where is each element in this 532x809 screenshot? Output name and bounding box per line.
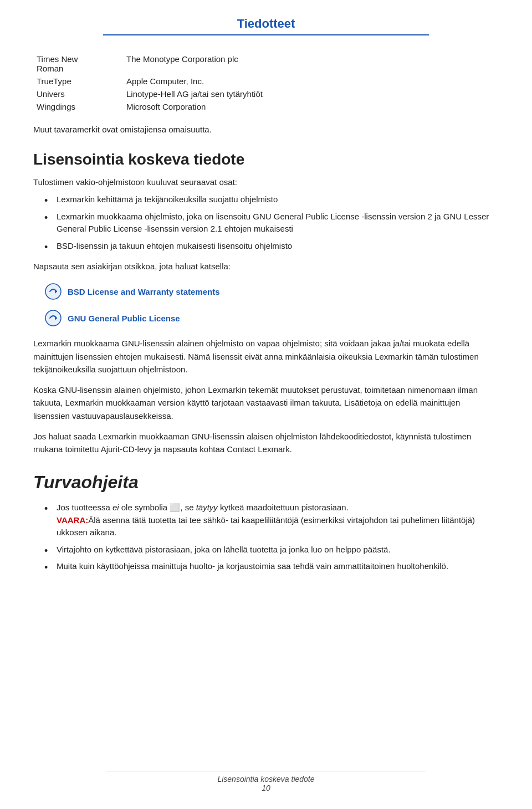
trademark-row: WingdingsMicrosoft Corporation (34, 101, 498, 112)
footer-divider (106, 771, 426, 771)
link-item-0[interactable]: BSD License and Warranty statements (44, 283, 499, 300)
trademark-row: Times NewRomanThe Monotype Corporation p… (34, 53, 498, 74)
license-section-title: Lisensointia koskeva tiedote (33, 151, 499, 168)
link-icon (44, 283, 62, 300)
link-section: BSD License and Warranty statements GNU … (44, 283, 499, 327)
license-intro: Tulostimen vakio-ohjelmistoon kuuluvat s… (33, 177, 499, 187)
trademark-row: UniversLinotype-Hell AG ja/tai sen tytär… (34, 88, 498, 100)
link-intro: Napsauta sen asiakirjan otsikkoa, jota h… (33, 260, 499, 273)
license-paragraph-2: Jos haluat saada Lexmarkin muokkaaman GN… (33, 430, 499, 456)
safety-bullet-item: Virtajohto on kytkettävä pistorasiaan, j… (44, 544, 499, 556)
svg-point-2 (45, 310, 61, 326)
trademark-value: Microsoft Corporation (124, 101, 498, 112)
page-footer: Lisensointia koskeva tiedote 10 (0, 771, 532, 792)
trademark-value: The Monotype Corporation plc (124, 53, 498, 74)
footer-text: Lisensointia koskeva tiedote (217, 775, 314, 784)
safety-bullet-item: Jos tuotteessa ei ole symbolia ⬜, se täy… (44, 501, 499, 539)
license-paragraph-0: Lexmarkin muokkaama GNU-lisenssin alaine… (33, 337, 499, 376)
safety-bullet-item: Muita kuin käyttöohjeissa mainittuja huo… (44, 560, 499, 573)
license-paragraph-1: Koska GNU-lisenssin alainen ohjelmisto, … (33, 383, 499, 422)
link-icon (44, 309, 62, 327)
trademark-label: Univers (34, 88, 123, 100)
license-bullet-item: Lexmarkin muokkaama ohjelmisto, joka on … (44, 211, 499, 235)
license-paragraphs: Lexmarkin muokkaama GNU-lisenssin alaine… (33, 337, 499, 455)
safety-title: Turvaohjeita (33, 472, 499, 493)
license-bullet-item: Lexmarkin kehittämä ja tekijänoikeuksill… (44, 193, 499, 206)
link-item-1[interactable]: GNU General Public License (44, 309, 499, 327)
trademark-label: Times NewRoman (34, 53, 123, 74)
page-title: Tiedotteet (103, 17, 429, 35)
page-number: 10 (262, 784, 270, 792)
trademark-value: Linotype-Hell AG ja/tai sen tytäryhtiöt (124, 88, 498, 100)
svg-point-0 (45, 284, 61, 299)
link-text[interactable]: GNU General Public License (68, 314, 180, 323)
trademark-label: Wingdings (34, 101, 123, 112)
link-text[interactable]: BSD License and Warranty statements (68, 287, 220, 296)
vaara-text: VAARA: (57, 515, 88, 525)
trademark-label: TrueType (34, 75, 123, 87)
page-container: Tiedotteet Times NewRomanThe Monotype Co… (0, 0, 532, 809)
trademark-table: Times NewRomanThe Monotype Corporation p… (33, 52, 499, 114)
safety-bullets: Jos tuotteessa ei ole symbolia ⬜, se täy… (33, 501, 499, 573)
license-bullet-item: BSD-lisenssin ja takuun ehtojen mukaises… (44, 240, 499, 253)
license-bullets: Lexmarkin kehittämä ja tekijänoikeuksill… (33, 193, 499, 252)
trademark-notice: Muut tavaramerkit ovat omistajiensa omai… (33, 125, 499, 134)
trademark-row: TrueTypeApple Computer, Inc. (34, 75, 498, 87)
trademark-value: Apple Computer, Inc. (124, 75, 498, 87)
page-header: Tiedotteet (33, 17, 499, 35)
